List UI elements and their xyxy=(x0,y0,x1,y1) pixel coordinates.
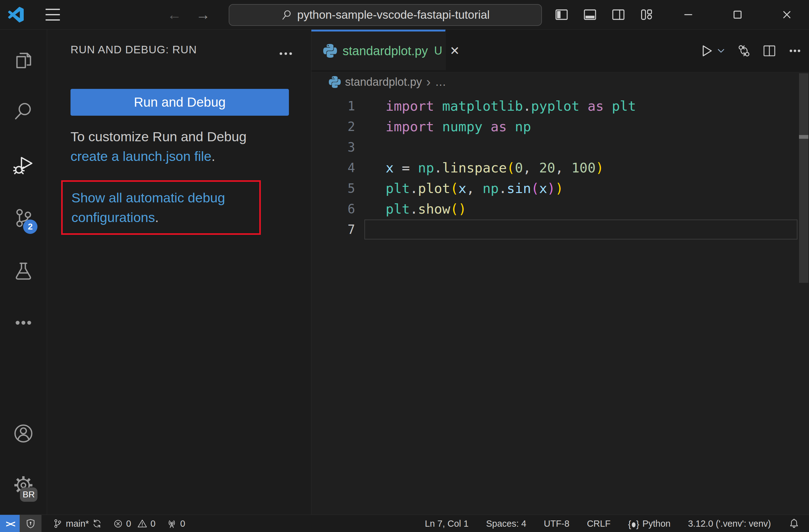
python-file-icon-small xyxy=(329,76,341,88)
status-left: >< main* 0 0 0 xyxy=(0,515,185,532)
source-control-badge: 2 xyxy=(23,219,37,234)
ports-count: 0 xyxy=(180,519,185,529)
create-launch-json-link[interactable]: create a launch.json file xyxy=(70,149,211,164)
notifications-bell-icon[interactable] xyxy=(788,515,799,532)
link-period: . xyxy=(155,210,159,225)
warnings-icon xyxy=(137,519,147,529)
breadcrumb[interactable]: standardplot.py › … xyxy=(311,72,809,92)
split-editor-icon[interactable] xyxy=(762,44,777,58)
customize-hint-text: To customize Run and Debug create a laun… xyxy=(70,127,246,166)
run-and-debug-icon[interactable] xyxy=(13,155,34,176)
workspace-trust-item[interactable] xyxy=(20,515,41,532)
vscode-window: ← → python-sample-vscode-fastapi-tutoria… xyxy=(0,0,809,532)
python-interpreter[interactable]: 3.12.0 ('.venv': venv) xyxy=(688,515,771,532)
run-and-debug-button[interactable]: Run and Debug xyxy=(70,89,289,116)
status-right: Ln 7, Col 1 Spaces: 4 UTF-8 CRLF {} Pyth… xyxy=(425,515,809,532)
code-line-5[interactable]: 5plt.plot(x, np.sin(x)) xyxy=(311,178,809,199)
cursor-position[interactable]: Ln 7, Col 1 xyxy=(425,515,469,532)
eol-sequence[interactable]: CRLF xyxy=(587,515,610,532)
encoding[interactable]: UTF-8 xyxy=(544,515,569,532)
code-line-3[interactable]: 3 xyxy=(311,137,809,158)
remote-indicator[interactable]: >< xyxy=(0,515,20,532)
breadcrumb-file[interactable]: standardplot.py xyxy=(345,75,422,89)
sync-icon xyxy=(92,519,102,529)
run-dropdown-chevron-icon xyxy=(717,47,725,55)
code-area[interactable]: 1import matplotlib.pyplot as plt2import … xyxy=(311,96,809,240)
code-text: plt.show() xyxy=(385,201,466,217)
line-number: 4 xyxy=(311,161,355,175)
branch-item[interactable]: main* xyxy=(53,515,102,532)
breadcrumb-symbol-ellipsis[interactable]: … xyxy=(435,75,446,89)
tab-standardplot[interactable]: standardplot.py U ✕ xyxy=(311,30,446,70)
profile-badge: BR xyxy=(20,487,37,502)
tab-close-icon[interactable]: ✕ xyxy=(450,44,460,58)
breadcrumb-chevron-icon: › xyxy=(426,74,431,89)
warning-count: 0 xyxy=(150,519,155,529)
code-text: import numpy as np xyxy=(385,119,531,135)
line-number: 1 xyxy=(311,99,355,113)
git-branch-icon xyxy=(53,519,63,529)
maximize-button[interactable] xyxy=(728,0,747,29)
tab-file-name: standardplot.py xyxy=(343,44,428,58)
more-actions-icon[interactable] xyxy=(788,44,802,58)
customize-layout-icon[interactable] xyxy=(640,8,654,21)
explorer-icon[interactable] xyxy=(13,50,34,71)
editor-scrollbar[interactable] xyxy=(799,73,808,283)
accounts-icon[interactable] xyxy=(13,423,34,444)
errors-icon xyxy=(113,519,123,529)
sidebar-title: RUN AND DEBUG: RUN xyxy=(70,43,197,56)
views-and-more-actions-icon[interactable] xyxy=(278,46,294,61)
editor-group: standardplot.py U ✕ xyxy=(311,30,809,515)
toggle-primary-sidebar-icon[interactable] xyxy=(555,8,568,21)
show-debug-configs-link-line2[interactable]: configurations xyxy=(71,210,155,225)
error-count: 0 xyxy=(126,519,131,529)
radio-tower-icon xyxy=(167,519,177,529)
status-bar: >< main* 0 0 0 Ln 7, Col 1 Spaces: 4 xyxy=(0,515,809,532)
code-line-2[interactable]: 2import numpy as np xyxy=(311,116,809,137)
code-line-1[interactable]: 1import matplotlib.pyplot as plt xyxy=(311,96,809,116)
run-and-debug-sidebar: RUN AND DEBUG: RUN Run and Debug To cust… xyxy=(47,30,311,515)
line-number: 6 xyxy=(311,202,355,216)
close-window-button[interactable] xyxy=(777,0,796,29)
toggle-secondary-sidebar-icon[interactable] xyxy=(612,8,625,21)
open-changes-icon[interactable] xyxy=(737,44,751,58)
minimize-button[interactable] xyxy=(679,0,698,29)
show-debug-configs-link-line1[interactable]: Show all automatic debug xyxy=(71,190,225,205)
more-views-icon[interactable] xyxy=(13,313,34,333)
python-file-icon xyxy=(323,44,337,58)
ports-item[interactable]: 0 xyxy=(167,515,185,532)
line-number: 3 xyxy=(311,140,355,154)
code-line-4[interactable]: 4x = np.linspace(0, 20, 100) xyxy=(311,158,809,178)
editor-toolbar xyxy=(699,30,802,72)
tab-untracked-indicator: U xyxy=(434,44,443,57)
search-sidebar-icon[interactable] xyxy=(13,101,34,121)
code-line-7[interactable]: 7 xyxy=(311,219,809,240)
code-text: plt.plot(x, np.sin(x)) xyxy=(385,180,564,196)
language-mode[interactable]: {} Python xyxy=(628,515,670,532)
hint-period: . xyxy=(211,149,215,164)
toggle-panel-icon[interactable] xyxy=(583,8,597,21)
forward-arrow-icon[interactable]: → xyxy=(196,0,210,29)
highlight-red-box: Show all automatic debug configurations. xyxy=(61,180,261,235)
search-value: python-sample-vscode-fastapi-tutorial xyxy=(297,8,490,21)
search-icon xyxy=(281,10,292,21)
menu-icon[interactable] xyxy=(46,9,60,21)
title-bar: ← → python-sample-vscode-fastapi-tutoria… xyxy=(0,0,809,30)
testing-icon[interactable] xyxy=(13,261,34,281)
back-arrow-icon[interactable]: ← xyxy=(167,0,182,29)
hint-text: To customize Run and Debug xyxy=(70,129,246,144)
vscode-logo-icon xyxy=(8,7,24,22)
scrollbar-marker xyxy=(799,135,808,139)
line-number: 2 xyxy=(311,120,355,134)
language-label: Python xyxy=(642,519,670,529)
problems-item[interactable]: 0 0 xyxy=(113,515,155,532)
braces-icon: {} xyxy=(628,518,639,530)
activity-bar: 2 BR xyxy=(0,30,47,515)
command-center-search[interactable]: python-sample-vscode-fastapi-tutorial xyxy=(229,4,542,26)
branch-name: main* xyxy=(66,519,89,529)
tab-strip: standardplot.py U ✕ xyxy=(311,30,809,72)
code-line-6[interactable]: 6plt.show() xyxy=(311,199,809,219)
line-number: 5 xyxy=(311,181,355,196)
indentation[interactable]: Spaces: 4 xyxy=(486,515,526,532)
run-python-file-button[interactable] xyxy=(699,44,725,58)
